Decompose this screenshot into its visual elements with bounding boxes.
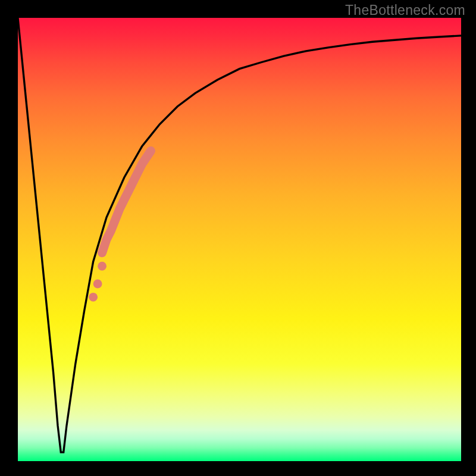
highlight-dot <box>98 262 107 271</box>
highlight-dot <box>93 280 102 289</box>
plot-area <box>18 18 461 461</box>
highlight-dot <box>89 293 98 302</box>
chart-svg <box>18 18 461 461</box>
highlight-band <box>102 151 151 253</box>
chart-container: TheBottleneck.com <box>0 0 476 476</box>
bottleneck-curve <box>18 18 461 452</box>
watermark-label: TheBottleneck.com <box>345 2 465 18</box>
